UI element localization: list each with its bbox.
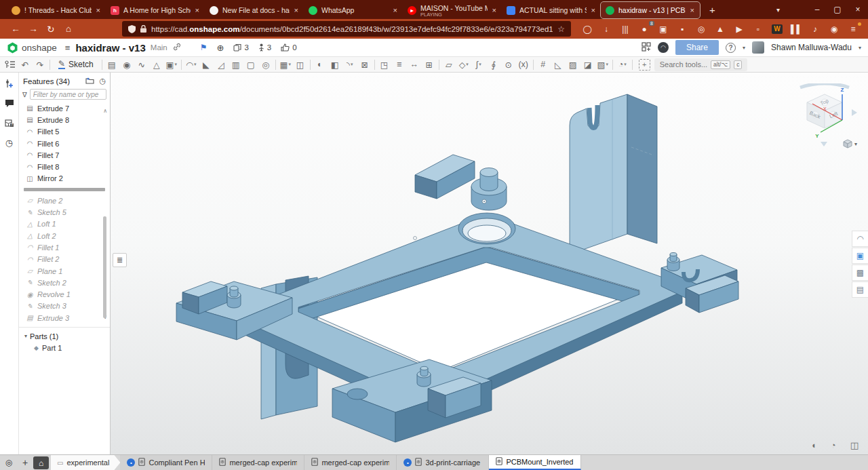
reader-extension-icon[interactable]: ▌▌	[791, 24, 802, 34]
loft-tool-icon[interactable]: △	[149, 58, 164, 71]
shell-tool-icon[interactable]: ▢	[243, 58, 258, 71]
reload-button[interactable]: ↻	[42, 24, 60, 35]
chevron-down-icon[interactable]: ▾	[288, 62, 291, 67]
tag-tool-icon[interactable]: ▧▾	[595, 58, 610, 71]
parts-list-flyout-toggle[interactable]: ≣	[113, 253, 127, 267]
browser-tab[interactable]: ! Threads - Hack Club - 2 new it×	[7, 2, 106, 18]
collaborators-stat[interactable]: 3	[258, 43, 271, 52]
revolve-tool-icon[interactable]: ◉	[119, 58, 134, 71]
variable-tool-icon[interactable]: (x)	[516, 58, 531, 71]
feature-item[interactable]: ◠Fillet 8	[19, 161, 110, 172]
comments-icon[interactable]	[5, 99, 14, 109]
view-options-button[interactable]: ▾	[843, 139, 857, 149]
forward-button[interactable]: →	[24, 24, 42, 34]
library-icon[interactable]: |||	[620, 24, 631, 34]
browser-tab[interactable]: ▸MAISON - YouTube MusicPLAYING×	[403, 2, 502, 18]
custom-features-icon[interactable]: ?	[5, 118, 14, 130]
user-menu-caret-icon[interactable]: ▾	[859, 45, 861, 51]
publication-flag-icon[interactable]: ⚑	[200, 43, 208, 52]
hidden-instances-button[interactable]: ▩	[852, 265, 868, 281]
menu-icon[interactable]: ≡	[848, 24, 859, 34]
redo-button[interactable]: ↷	[33, 58, 47, 71]
search-tabs-icon[interactable]: ◎	[0, 455, 18, 470]
configurations-icon[interactable]	[5, 79, 14, 90]
flame-extension-icon[interactable]: ▲	[715, 24, 726, 34]
weld-tool-icon[interactable]: ▨	[566, 58, 580, 71]
sweep-tool-icon[interactable]: ∿	[134, 58, 149, 71]
feature-item[interactable]: ▤Extrude 7	[19, 102, 110, 114]
back-button[interactable]: ←	[7, 24, 24, 34]
browser-tab[interactable]: WhatsApp×	[304, 2, 403, 18]
feature-item[interactable]: ◠Fillet 6	[19, 138, 110, 149]
plane-tool-icon[interactable]: ▱	[441, 58, 456, 71]
boolean-tool-icon[interactable]: ◐	[313, 58, 328, 71]
feature-item[interactable]: ◠Fillet 2	[19, 254, 110, 265]
close-tab-icon[interactable]: ×	[591, 6, 596, 14]
user-avatar[interactable]	[752, 41, 764, 54]
close-tab-icon[interactable]: ×	[96, 6, 101, 14]
trim-tool-icon[interactable]: ◪	[580, 58, 595, 71]
learning-center-icon[interactable]: ◠	[658, 42, 669, 53]
close-tab-icon[interactable]: ×	[393, 6, 398, 14]
workspace-name[interactable]: Main	[151, 43, 167, 52]
browser-tab[interactable]: hA Home for High School Hacke×	[106, 2, 205, 18]
search-tools-box[interactable]: Search tools... alt/⌥ c	[654, 58, 748, 71]
app-switcher-icon[interactable]	[642, 42, 651, 54]
feature-item[interactable]: ▤Extrude 8	[19, 114, 110, 125]
project-curve-tool-icon[interactable]: ⊙	[501, 58, 516, 71]
browser-tab[interactable]: New File at docs - hackclub/blot×	[205, 2, 304, 18]
window-close-button[interactable]: ×	[848, 5, 868, 14]
studio-tab[interactable]: •Compliant Pen Holder	[120, 455, 212, 470]
window-restore-button[interactable]: ▢	[827, 5, 848, 14]
small-box-extension-icon[interactable]: ▫	[753, 24, 764, 34]
appearance-flyout-button[interactable]: ◠	[852, 231, 868, 247]
likes-stat[interactable]: 0	[281, 43, 296, 52]
chevron-down-icon[interactable]: ▾	[466, 62, 469, 67]
rollback-bar[interactable]	[24, 188, 105, 191]
feature-item[interactable]: △Loft 1	[19, 218, 110, 230]
help-caret-icon[interactable]: ▾	[743, 45, 745, 51]
pocket-icon[interactable]: ◯	[582, 24, 593, 34]
folder-breadcrumb[interactable]: ▭ experimental	[51, 455, 120, 470]
performance-icon[interactable]: ◔	[831, 440, 836, 450]
transform-tool-icon[interactable]: ↔	[407, 58, 422, 71]
feature-item[interactable]: ✎Sketch 2	[19, 277, 110, 288]
download-icon[interactable]: ↓	[601, 24, 612, 34]
gusset-tool-icon[interactable]: ◺	[551, 58, 566, 71]
share-link-icon[interactable]	[173, 41, 181, 54]
studio-tab[interactable]: merged-cap experimen...	[212, 455, 304, 470]
browser-tab[interactable]: ACTUAL sitting with Shawn - G×	[502, 2, 601, 18]
curve-tool-icon[interactable]: ∫▾	[471, 58, 486, 71]
chevron-down-icon[interactable]: ▾	[174, 62, 177, 67]
home-tab-button[interactable]: ⌂	[33, 456, 49, 469]
studio-tab[interactable]: •3d-print-carriage Co...	[397, 455, 489, 470]
rollback-history-icon[interactable]: ◷	[99, 77, 106, 85]
studio-tab[interactable]: PCBMount_Inverted	[489, 455, 580, 470]
mirror-tool-icon[interactable]: ◫	[293, 58, 308, 71]
dark-extension-icon[interactable]: ▪	[677, 24, 688, 34]
close-tab-icon[interactable]: ×	[294, 6, 299, 14]
feature-item[interactable]: ◠Fillet 7	[19, 149, 110, 161]
chevron-down-icon[interactable]: ▾	[606, 62, 608, 67]
document-menu-icon[interactable]: ≡	[65, 43, 71, 53]
cad-model[interactable]	[111, 73, 867, 454]
named-positions-button[interactable]: ▤	[852, 281, 868, 298]
chamfer-tool-icon[interactable]: ◣	[199, 58, 214, 71]
undo-button[interactable]: ↶	[18, 58, 33, 71]
fillet-tool-icon[interactable]: ◠▾	[184, 58, 199, 71]
feature-item[interactable]: ▱Plane 1	[19, 265, 110, 277]
draft-tool-icon[interactable]: ◿	[214, 58, 229, 71]
close-tab-icon[interactable]: ×	[195, 6, 200, 14]
branches-stat[interactable]: 3	[233, 43, 248, 52]
thicken-tool-icon[interactable]: ▣▾	[164, 58, 179, 71]
part-item[interactable]: ◆Part 1	[19, 342, 110, 353]
hole-tool-icon[interactable]: ◎	[258, 58, 273, 71]
surface-tool-icon[interactable]: ◇▾	[456, 58, 471, 71]
search-extension-icon[interactable]: ◎	[696, 24, 707, 34]
move-face-tool-icon[interactable]: ◳	[377, 58, 392, 71]
bookmark-star-icon[interactable]: ☆	[557, 24, 565, 34]
wappalyzer-icon[interactable]: W	[772, 24, 783, 34]
offset-surface-tool-icon[interactable]: ≡	[392, 58, 407, 71]
share-button[interactable]: Share	[675, 40, 719, 55]
parts-section-header[interactable]: ▾ Parts (1)	[19, 330, 110, 342]
